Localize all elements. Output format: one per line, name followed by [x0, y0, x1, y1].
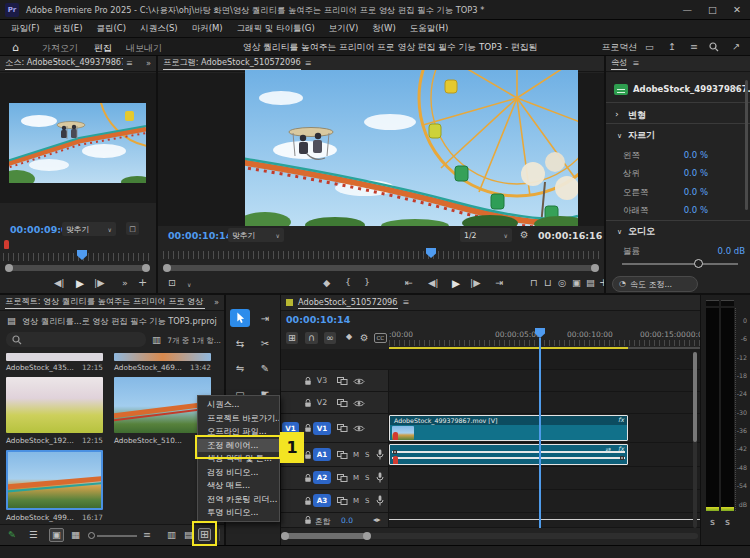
- project-tab[interactable]: 프로젝트: 영상 퀄리티를 높여주는 프리미어 프로 영상 편집 필수: [5, 296, 205, 309]
- crop-section-label[interactable]: 자르기: [628, 129, 655, 142]
- asset-name[interactable]: AdobeStock_499...: [6, 513, 74, 522]
- track-mix-content[interactable]: [389, 513, 700, 527]
- step-back-icon[interactable]: ◀|: [54, 278, 65, 288]
- automate-sequence-icon[interactable]: ▥: [167, 530, 176, 540]
- track-badge-v2[interactable]: V2: [313, 396, 331, 409]
- mark-out-icon[interactable]: }: [364, 277, 370, 287]
- volume-slider-track[interactable]: [622, 263, 738, 265]
- solo-right-button[interactable]: S: [725, 519, 730, 527]
- audio-clip[interactable]: ⇄ fx: [389, 444, 628, 465]
- lift-icon[interactable]: ⊓: [530, 278, 537, 288]
- tab-export[interactable]: 내보내기: [126, 42, 162, 55]
- extract-icon[interactable]: ⊔: [544, 278, 551, 288]
- linked-selection-icon[interactable]: ∞: [324, 332, 336, 344]
- lock-icon[interactable]: [303, 496, 313, 508]
- timeline-settings-wrench-icon[interactable]: ⚙: [360, 333, 369, 343]
- source-settings-button[interactable]: □: [126, 222, 139, 235]
- program-zoom-dropdown[interactable]: 1/2∨: [460, 228, 512, 242]
- solo-button[interactable]: S: [365, 497, 369, 505]
- mix-level-value[interactable]: 0.0: [341, 516, 353, 525]
- lock-icon[interactable]: [303, 423, 313, 435]
- track-a3-header[interactable]: A3 M S: [281, 490, 389, 512]
- zoom-slider-knob[interactable]: [88, 532, 95, 539]
- sync-lock-icon[interactable]: [337, 451, 348, 461]
- project-breadcrumb[interactable]: 영상 퀄리티를...로 영상 편집 필수 기능 TOP3.prproj: [22, 316, 217, 327]
- v-scroll-handle[interactable]: [693, 352, 697, 442]
- speed-adjust-button[interactable]: ◔ 속도 조정...: [612, 276, 698, 292]
- sync-lock-icon[interactable]: [337, 497, 348, 507]
- menu-edit[interactable]: 편집(E): [47, 23, 90, 35]
- mute-button[interactable]: M: [353, 497, 359, 505]
- add-button-icon[interactable]: +: [138, 277, 147, 288]
- project-writable-icon[interactable]: ✎: [8, 530, 16, 540]
- keyframe-nav-icon[interactable]: ◂▸: [373, 516, 381, 524]
- go-to-in-icon[interactable]: ⇤: [405, 278, 413, 288]
- transform-chevron-icon[interactable]: ›: [615, 109, 619, 119]
- lock-icon[interactable]: [303, 376, 313, 388]
- source-scrollbar[interactable]: [6, 265, 149, 271]
- track-a1-content[interactable]: ⇄ fx: [389, 443, 700, 466]
- pen-tool[interactable]: ✎: [255, 359, 275, 377]
- program-fit-dropdown[interactable]: 맞추기∨: [228, 228, 284, 242]
- lock-icon[interactable]: [303, 515, 313, 527]
- collapse-panels-icon[interactable]: »: [214, 298, 219, 306]
- menu-file[interactable]: 파일(F): [4, 23, 47, 35]
- add-button-icon[interactable]: +: [599, 277, 604, 288]
- multi-cam-icon[interactable]: ▣: [572, 278, 581, 288]
- solo-button[interactable]: S: [365, 451, 369, 459]
- crop-right-value[interactable]: 0.0 %: [666, 187, 708, 197]
- close-button[interactable]: ✕: [733, 5, 741, 15]
- program-settings-wrench-icon[interactable]: ⚙: [520, 230, 529, 240]
- timeline-vertical-scrollbar[interactable]: [693, 352, 697, 528]
- program-scrollbar[interactable]: [164, 265, 598, 271]
- timeline-horizontal-scrollbar[interactable]: [283, 533, 698, 539]
- program-video-frame[interactable]: [245, 70, 578, 226]
- button-overflow-icon[interactable]: »: [122, 278, 128, 288]
- menu-sequence[interactable]: 시퀀스(S): [133, 23, 185, 35]
- menu-item-project-shortcut[interactable]: 프로젝트 바로가기...: [198, 412, 279, 426]
- maximize-button[interactable]: □: [708, 5, 717, 15]
- asset-name[interactable]: AdobeStock_192...: [6, 436, 74, 445]
- step-back-icon[interactable]: ◀|: [428, 278, 439, 288]
- lock-icon[interactable]: [303, 450, 313, 462]
- mic-icon[interactable]: [376, 449, 384, 462]
- program-timecode[interactable]: 00:00:10:14: [168, 230, 232, 241]
- solo-left-button[interactable]: S: [710, 519, 715, 527]
- comparison-view-icon[interactable]: ▤: [586, 278, 595, 288]
- video-clip[interactable]: AdobeStock_499379867.mov [V] fx: [389, 415, 628, 441]
- audio-section-label[interactable]: 오디오: [628, 225, 655, 238]
- menu-item-black-video[interactable]: 검정 비디오...: [198, 466, 279, 480]
- menu-item-counting-leader[interactable]: 전역 카운팅 리더...: [198, 493, 279, 507]
- track-a2-header[interactable]: A2 M S: [281, 467, 389, 489]
- timeline-playhead-line[interactable]: [539, 338, 541, 528]
- menu-view[interactable]: 보기(V): [322, 23, 365, 35]
- track-badge-a3[interactable]: A3: [313, 494, 331, 507]
- menu-window[interactable]: 창(W): [365, 23, 403, 35]
- selection-tool[interactable]: [230, 309, 250, 327]
- razor-tool[interactable]: ✂: [255, 334, 275, 352]
- crop-bottom-value[interactable]: 0.0 %: [666, 205, 708, 215]
- ripple-edit-tool[interactable]: ⇆: [230, 334, 250, 352]
- mic-icon[interactable]: [376, 472, 384, 485]
- panel-menu-icon[interactable]: ≡: [632, 59, 639, 67]
- source-video-frame[interactable]: [9, 103, 146, 183]
- freeform-view-icon[interactable]: ▦: [71, 530, 80, 540]
- step-forward-icon[interactable]: |▶: [94, 278, 105, 288]
- track-v1-content[interactable]: AdobeStock_499379867.mov [V] fx: [389, 414, 700, 442]
- asset-name[interactable]: AdobeStock_469...: [114, 363, 182, 372]
- crop-chevron-icon[interactable]: ∨: [617, 132, 622, 140]
- go-to-out-icon[interactable]: ⇥: [495, 278, 503, 288]
- sync-lock-icon[interactable]: [337, 399, 348, 409]
- timeline-timecode[interactable]: 00:00:10:14: [286, 314, 350, 325]
- properties-scrollbar[interactable]: [745, 80, 748, 210]
- chevron-down-icon[interactable]: ∨: [187, 281, 191, 288]
- eye-icon[interactable]: [353, 399, 365, 410]
- menu-help[interactable]: 도움말(H): [403, 23, 456, 35]
- menu-marker[interactable]: 마커(M): [185, 23, 230, 35]
- panel-menu-icon[interactable]: ≡: [403, 298, 410, 306]
- eye-icon[interactable]: [353, 424, 365, 435]
- source-fit-dropdown[interactable]: 맞추기∨: [62, 222, 116, 236]
- mute-button[interactable]: M: [353, 474, 359, 482]
- mark-in-icon[interactable]: {: [345, 277, 351, 287]
- nest-toggle-icon[interactable]: ⊞: [286, 332, 298, 344]
